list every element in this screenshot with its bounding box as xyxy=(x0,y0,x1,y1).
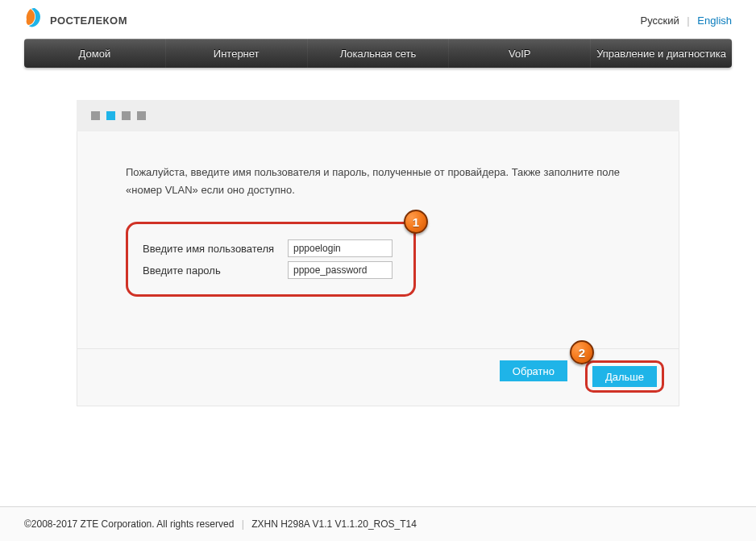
footer-version: ZXHN H298A V1.1 V1.1.20_ROS_T14 xyxy=(251,518,417,530)
wizard-body: Пожалуйста, введите имя пользователя и п… xyxy=(77,131,679,349)
logo-text: РОСТЕЛЕКОМ xyxy=(50,15,127,27)
back-button[interactable]: Обратно xyxy=(500,360,567,381)
wizard-step-4 xyxy=(137,111,146,120)
navbar: Домой Интернет Локальная сеть VoIP Управ… xyxy=(24,39,732,68)
wizard-intro-text: Пожалуйста, введите имя пользователя и п… xyxy=(126,164,630,199)
language-switch: Русский | English xyxy=(640,15,732,27)
password-row: Введите пароль xyxy=(143,261,399,279)
username-label: Введите имя пользователя xyxy=(143,243,288,255)
page-footer: ©2008-2017 ZTE Corporation. All rights r… xyxy=(0,506,756,541)
header: РОСТЕЛЕКОМ Русский | English xyxy=(0,0,756,39)
footer-separator: | xyxy=(242,518,244,530)
username-row: Введите имя пользователя xyxy=(143,239,399,257)
wizard: Пожалуйста, введите имя пользователя и п… xyxy=(77,100,679,406)
lang-english[interactable]: English xyxy=(697,15,732,27)
next-button[interactable]: Дальше xyxy=(592,366,657,387)
nav-management[interactable]: Управление и диагностика xyxy=(591,39,732,68)
footer-copyright: ©2008-2017 ZTE Corporation. All rights r… xyxy=(24,518,234,530)
wizard-steps xyxy=(77,100,679,131)
nav-internet[interactable]: Интернет xyxy=(166,39,308,68)
logo: РОСТЕЛЕКОМ xyxy=(24,6,127,34)
nav-home[interactable]: Домой xyxy=(24,39,166,68)
nav-voip[interactable]: VoIP xyxy=(449,39,591,68)
annotation-badge-1: 1 xyxy=(404,210,428,234)
nav-lan[interactable]: Локальная сеть xyxy=(308,39,450,68)
username-input[interactable] xyxy=(288,239,393,257)
lang-separator: | xyxy=(687,15,689,27)
password-input[interactable] xyxy=(288,261,393,279)
wizard-footer: Обратно 2 Дальше xyxy=(77,349,679,406)
wizard-step-3 xyxy=(122,111,131,120)
next-button-highlight: 2 Дальше xyxy=(585,360,664,393)
credentials-form-highlight: 1 Введите имя пользователя Введите парол… xyxy=(126,222,416,297)
password-label: Введите пароль xyxy=(143,264,288,277)
logo-icon xyxy=(24,6,45,34)
lang-russian[interactable]: Русский xyxy=(640,15,679,27)
wizard-step-2 xyxy=(106,111,115,120)
wizard-step-1 xyxy=(91,111,100,120)
annotation-badge-2: 2 xyxy=(570,340,594,364)
content-area: Пожалуйста, введите имя пользователя и п… xyxy=(0,68,756,439)
